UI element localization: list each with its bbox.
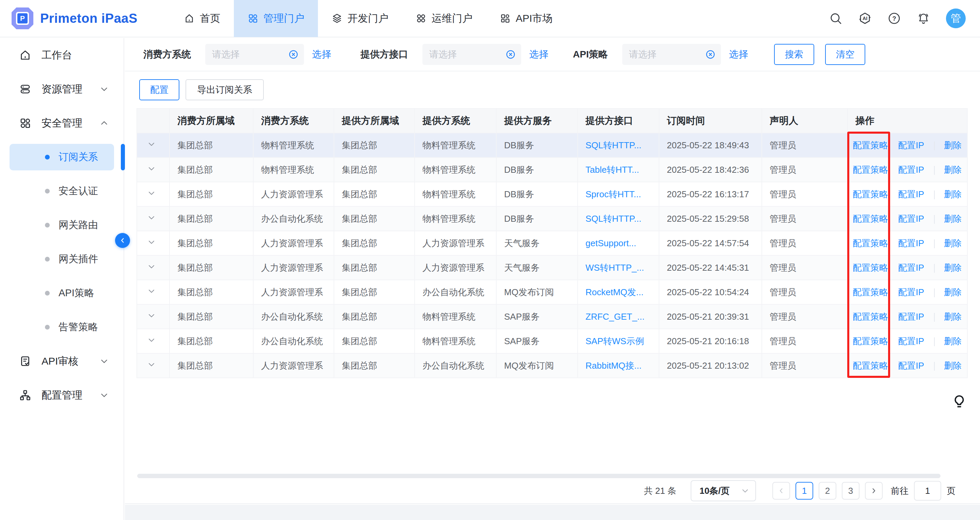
row-expand-chevron[interactable]	[147, 287, 156, 295]
provider-interface-link[interactable]: SQL转HTTP...	[585, 140, 641, 150]
action-config-policy-link[interactable]: 配置策略	[853, 189, 888, 199]
resource-icon	[19, 83, 31, 95]
config-button[interactable]: 配置	[139, 79, 180, 100]
sidebar-item-security-mgmt[interactable]: 安全管理	[0, 106, 124, 140]
sidebar-item-gateway-plugin[interactable]: 网关插件	[0, 242, 124, 276]
provider-interface-link[interactable]: ZRFC_GET_...	[585, 312, 644, 322]
consumer-system-select-link[interactable]: 选择	[312, 48, 331, 61]
api-policy-input[interactable]: 请选择	[622, 44, 721, 65]
sidebar-item-api-audit[interactable]: API审核	[0, 344, 124, 378]
provider-interface-input[interactable]: 请选择	[422, 44, 521, 65]
filter-api-policy: API策略 请选择 选择	[573, 44, 748, 65]
action-delete-link[interactable]: 删除	[944, 214, 962, 224]
sidebar-item-config-mgmt[interactable]: 配置管理	[0, 378, 124, 412]
provider-interface-link[interactable]: SQL转HTTP...	[585, 214, 641, 224]
sidebar-collapse-button[interactable]	[115, 233, 130, 248]
action-delete-link[interactable]: 删除	[944, 140, 962, 150]
export-subscriptions-button[interactable]: 导出订阅关系	[186, 79, 264, 100]
clear-button[interactable]: 清空	[825, 44, 865, 65]
provider-interface-link[interactable]: Sproc转HTT...	[585, 189, 641, 199]
action-config-policy-link[interactable]: 配置策略	[853, 336, 888, 346]
action-delete-link[interactable]: 删除	[944, 189, 962, 199]
provider-interface-link[interactable]: RocketMQ发...	[585, 287, 643, 297]
page-button-3[interactable]: 3	[842, 482, 859, 499]
page-button-2[interactable]: 2	[819, 482, 836, 499]
horizontal-scrollbar[interactable]	[137, 474, 940, 478]
row-expand-chevron[interactable]	[147, 311, 156, 320]
sidebar-item-alert-policy[interactable]: 告警策略	[0, 310, 124, 344]
nav-admin-portal[interactable]: 管理门户	[234, 0, 318, 37]
notification-bell-icon[interactable]	[917, 11, 930, 25]
row-expand-chevron[interactable]	[147, 189, 156, 198]
row-expand-chevron[interactable]	[147, 262, 156, 271]
consumer-system-input[interactable]: 请选择	[205, 44, 304, 65]
cell-provider-system: 物料管理系统	[415, 133, 496, 157]
sidebar-item-api-policy[interactable]: API策略	[0, 276, 124, 310]
action-config-policy-link[interactable]: 配置策略	[853, 238, 888, 248]
sidebar-item-workbench[interactable]: 工作台	[0, 38, 124, 72]
goto-page-input[interactable]: 1	[914, 481, 941, 501]
action-delete-link[interactable]: 删除	[944, 263, 962, 273]
action-delete-link[interactable]: 删除	[944, 360, 962, 371]
page-button-1[interactable]: 1	[795, 482, 813, 499]
action-delete-link[interactable]: 删除	[944, 287, 962, 297]
api-policy-select-link[interactable]: 选择	[729, 48, 748, 61]
action-config-ip-link[interactable]: 配置IP	[898, 263, 924, 273]
ai-assistant-icon[interactable]: AI	[858, 11, 872, 25]
nav-dev-portal[interactable]: 开发门户	[318, 0, 402, 37]
cell-consumer-domain: 集团总部	[170, 182, 253, 206]
search-button[interactable]: 搜索	[774, 44, 814, 65]
action-config-ip-link[interactable]: 配置IP	[898, 214, 924, 224]
cell-provider-system: 物料管理系统	[415, 329, 496, 354]
action-config-ip-link[interactable]: 配置IP	[898, 312, 924, 322]
next-page-button[interactable]	[865, 482, 883, 499]
sidebar-item-security-auth[interactable]: 安全认证	[0, 174, 124, 208]
sidebar-item-gateway-route[interactable]: 网关路由	[0, 208, 124, 242]
help-icon[interactable]: ?	[888, 11, 901, 25]
page-size-select[interactable]: 10条/页	[690, 480, 756, 501]
action-config-ip-link[interactable]: 配置IP	[898, 336, 924, 346]
row-expand-chevron[interactable]	[147, 336, 156, 344]
provider-interface-link[interactable]: RabbitMQ接...	[585, 360, 642, 371]
action-delete-link[interactable]: 删除	[944, 238, 962, 248]
action-config-policy-link[interactable]: 配置策略	[853, 360, 888, 371]
action-config-policy-link[interactable]: 配置策略	[853, 214, 888, 224]
provider-interface-select-link[interactable]: 选择	[529, 48, 548, 61]
clear-circle-icon[interactable]	[506, 49, 516, 60]
action-config-policy-link[interactable]: 配置策略	[853, 140, 888, 150]
total-count: 共 21 条	[644, 485, 676, 497]
search-icon[interactable]	[829, 11, 843, 25]
action-delete-link[interactable]: 删除	[944, 165, 962, 175]
user-avatar[interactable]: 管	[946, 8, 966, 28]
action-delete-link[interactable]: 删除	[944, 312, 962, 322]
action-config-ip-link[interactable]: 配置IP	[898, 238, 924, 248]
clear-circle-icon[interactable]	[705, 49, 716, 60]
action-config-policy-link[interactable]: 配置策略	[853, 263, 888, 273]
provider-interface-link[interactable]: getSupport...	[585, 238, 636, 248]
nav-home[interactable]: 首页	[170, 0, 234, 37]
lightbulb-icon[interactable]	[951, 394, 967, 409]
sidebar-item-resource-mgmt[interactable]: 资源管理	[0, 72, 124, 106]
nav-ops-portal[interactable]: 运维门户	[402, 0, 486, 37]
nav-api-market[interactable]: API市场	[486, 0, 566, 37]
row-expand-chevron[interactable]	[147, 360, 156, 369]
prev-page-button[interactable]	[772, 482, 790, 499]
row-expand-chevron[interactable]	[147, 238, 156, 247]
row-expand-chevron[interactable]	[147, 140, 156, 149]
action-config-ip-link[interactable]: 配置IP	[898, 165, 924, 175]
action-config-ip-link[interactable]: 配置IP	[898, 140, 924, 150]
provider-interface-link[interactable]: WS转HTTP_...	[585, 263, 644, 273]
action-delete-link[interactable]: 删除	[944, 336, 962, 346]
provider-interface-link[interactable]: SAP转WS示例	[585, 336, 644, 346]
action-config-policy-link[interactable]: 配置策略	[853, 287, 888, 297]
sidebar-item-subscriptions[interactable]: 订阅关系	[10, 144, 114, 170]
action-config-ip-link[interactable]: 配置IP	[898, 360, 924, 371]
clear-circle-icon[interactable]	[288, 49, 299, 60]
provider-interface-link[interactable]: Table转HTT...	[585, 165, 639, 175]
row-expand-chevron[interactable]	[147, 213, 156, 222]
row-expand-chevron[interactable]	[147, 164, 156, 173]
action-config-ip-link[interactable]: 配置IP	[898, 189, 924, 199]
action-config-policy-link[interactable]: 配置策略	[853, 312, 888, 322]
action-config-ip-link[interactable]: 配置IP	[898, 287, 924, 297]
action-config-policy-link[interactable]: 配置策略	[853, 165, 888, 175]
